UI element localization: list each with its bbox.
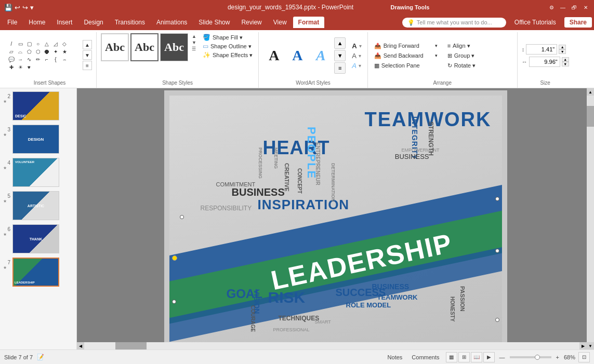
freeform-shape[interactable]: ✏ [34,56,42,63]
menu-slideshow[interactable]: Slide Show [193,17,235,28]
pentagon-shape[interactable]: ⬠ [25,48,33,56]
slideshow-btn[interactable]: ▶ [483,352,495,362]
scroll-track-v[interactable] [587,96,594,342]
wa-down[interactable]: ▼ [334,50,346,61]
menu-insert[interactable]: Insert [51,17,77,28]
scroll-track-h[interactable]: ◀ ▶ [77,342,587,349]
minimize-btn[interactable]: — [559,3,567,11]
slide-thumb-2[interactable]: 2 ★ DESIC [2,90,74,122]
cross-shape[interactable]: ✚ [7,64,16,71]
slide-preview-6[interactable]: THANK [12,224,59,253]
menu-transitions[interactable]: Transitions [110,17,150,28]
style-more-arrow[interactable]: ☰ [191,46,197,52]
sun-shape[interactable]: ☀ [16,64,24,71]
trapezoid-shape[interactable]: ⌓ [16,48,24,56]
width-down[interactable]: ▼ [562,62,569,66]
line-shape[interactable]: / [7,41,16,48]
bring-forward-dropdown[interactable]: ▾ [435,43,438,48]
width-input[interactable] [529,57,560,67]
group-btn[interactable]: ⊞ Group ▾ [445,51,513,60]
menu-home[interactable]: Home [23,17,50,28]
style-abc-1[interactable]: Abc [101,33,129,61]
slide-preview-3[interactable]: DESIGN [12,125,59,154]
height-down[interactable]: ▼ [559,49,566,54]
text-effects-btn[interactable]: A ▾ [350,61,363,70]
parallelogram-shape[interactable]: ▱ [7,48,16,56]
tell-me-box[interactable]: 💡 Tell me what you want to do... [402,18,506,28]
save-icon[interactable]: 💾 [4,4,12,11]
shape-fill-btn[interactable]: 🪣 Shape Fill ▾ [201,33,254,42]
reading-view-btn[interactable]: 📖 [471,352,482,362]
handle-tl[interactable] [180,215,184,219]
slide-sorter-btn[interactable]: ⊞ [458,352,470,362]
handle-br[interactable] [495,318,499,322]
scroll-right-btn[interactable]: ▶ [579,342,587,349]
handle-ml[interactable] [172,255,177,261]
quick-access-toolbar[interactable]: 💾 ↩ ↪ ▾ [4,4,34,11]
share-button[interactable]: Share [564,17,592,28]
scroll-thumb-h[interactable] [115,342,147,349]
notes-button[interactable]: Notes [385,353,406,361]
slide-preview-7[interactable]: LEADERSHIP [12,258,59,287]
brace-shape[interactable]: { [51,56,60,63]
slide-thumb-7[interactable]: 7 ★ LEADERSHIP [2,257,74,288]
menu-view[interactable]: View [268,17,292,28]
shape-outline-btn[interactable]: ▭ Shape Outline ▾ [201,42,254,50]
scroll-area-h[interactable] [84,342,579,349]
normal-view-btn[interactable]: ▦ [446,352,457,362]
send-backward-dropdown[interactable]: ▾ [435,53,438,58]
rounded-rect[interactable]: ▢ [25,41,33,48]
scroll-down-btn[interactable]: ▼ [587,342,594,349]
scroll-left-btn[interactable]: ◀ [77,342,84,349]
slide-canvas[interactable]: TEAMWORK HEART PEOPLE INTEGRITY STRENGTH… [164,90,507,348]
text-fill-btn[interactable]: A ▾ [350,42,363,50]
more-shapes-expand[interactable]: ≡ [83,61,92,70]
text-outline-btn[interactable]: A ▾ [350,51,363,60]
handle-tr[interactable] [495,197,499,201]
settings-icon[interactable]: ⚙ [547,3,556,11]
height-up[interactable]: ▲ [559,45,566,49]
zoom-out-btn[interactable]: — [498,354,507,360]
triangle-shape[interactable]: △ [43,41,51,48]
close-btn[interactable]: ✕ [582,3,590,11]
maximize-btn[interactable]: 🗗 [570,3,578,11]
more-shapes-up[interactable]: ▲ [83,40,92,49]
width-up[interactable]: ▲ [562,57,569,62]
shape-effects-btn[interactable]: ✨ Shape Effects ▾ [201,51,254,59]
menu-review[interactable]: Review [236,17,267,28]
wordart-a-light[interactable]: A [310,46,332,65]
align-btn[interactable]: ≡ Align ▾ [445,42,513,50]
bring-forward-btn[interactable]: 📤 Bring Forward ▾ [372,42,440,50]
star4-shape[interactable]: ✦ [51,48,60,56]
menu-animations[interactable]: Animations [151,17,192,28]
window-controls[interactable]: ⚙ — 🗗 ✕ [547,3,590,11]
selection-pane-btn[interactable]: ▦ Selection Pane [372,61,440,70]
menu-format[interactable]: Format [293,17,325,28]
fit-window-btn[interactable]: ⊡ [578,352,590,362]
office-tutorials-btn[interactable]: Office Tutorials [510,17,560,28]
hexagon-shape[interactable]: ⬡ [34,48,42,56]
style-abc-2[interactable]: Abc [130,33,159,61]
slide-thumb-4[interactable]: 4 ★ VOLUNTEER [2,157,74,188]
height-input[interactable] [526,44,557,55]
slide-thumb-3[interactable]: 3 ★ DESIGN [2,124,74,155]
wordart-a-solid[interactable]: A [263,46,285,65]
bracket-shape[interactable]: ⌐ [43,56,51,63]
menu-design[interactable]: Design [78,17,108,28]
slide-thumb-6[interactable]: 6 ★ THANK [2,223,74,254]
zoom-thumb[interactable] [535,355,540,360]
circle-shape[interactable]: ○ [34,41,42,48]
zoom-in-btn[interactable]: + [555,354,561,360]
star5-shape[interactable]: ★ [60,48,69,56]
undo-icon[interactable]: ↩ [15,4,20,11]
send-backward-btn[interactable]: 📥 Send Backward ▾ [372,51,440,60]
heart-shape[interactable]: ♥ [25,64,33,71]
scroll-up-btn[interactable]: ▲ [587,88,594,96]
callout-shape[interactable]: 💬 [7,56,16,63]
style-dropdown[interactable]: ▲ ▼ ☰ [191,33,197,52]
arc-shape[interactable]: ⌢ [60,56,69,63]
zoom-slider[interactable] [510,356,551,358]
canvas-area[interactable]: ▲ ▼ TEAMWORK HEART PEOPLE INTEGRITY STRE… [77,88,594,349]
octagon-shape[interactable]: ⯃ [43,48,51,56]
redo-icon[interactable]: ↪ [22,4,28,11]
